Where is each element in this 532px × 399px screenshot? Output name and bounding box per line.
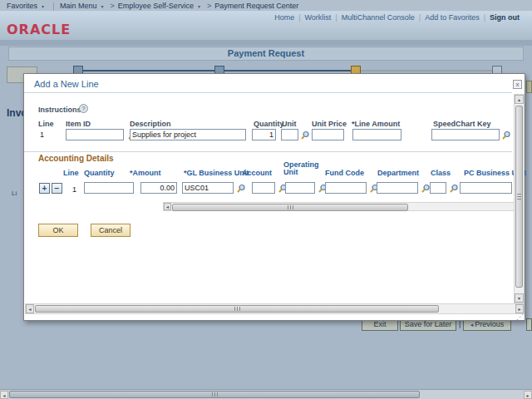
breadcrumb-employee-self-service[interactable]: Employee Self-Service xyxy=(118,2,194,10)
col-header-fund-code: Fund Code xyxy=(325,169,364,177)
utility-divider: | xyxy=(484,13,485,22)
utility-nav: Home|Worklist|MultiChannel Console|Add t… xyxy=(270,13,524,22)
grid-scrollbar-thumb[interactable] xyxy=(172,204,408,211)
col-header-quantity: Quantity xyxy=(84,169,115,177)
unit-lookup-icon[interactable] xyxy=(300,131,310,140)
col-header-department: Department xyxy=(377,169,419,177)
utility-divider: | xyxy=(419,13,421,22)
home-link[interactable]: Home xyxy=(274,13,294,22)
row-account-input[interactable] xyxy=(252,182,275,194)
dialog-horizontal-scrollbar-track[interactable]: ◂ ▸ xyxy=(25,303,525,314)
row-gl-business-unit-input[interactable] xyxy=(182,182,234,194)
item-id-input[interactable] xyxy=(66,129,124,140)
breadcrumb-divider xyxy=(53,2,54,11)
help-icon[interactable]: ? xyxy=(79,104,88,113)
background-section-heading: Invo xyxy=(7,107,23,119)
speedchart-key-label: SpeedChart Key xyxy=(433,120,491,128)
dialog-horizontal-scrollbar-thumb[interactable] xyxy=(35,305,439,313)
close-icon[interactable]: x xyxy=(513,80,522,89)
description-label: Description xyxy=(130,120,171,128)
header-band: Home|Worklist|MultiChannel Console|Add t… xyxy=(0,12,532,40)
item-id-label: Item ID xyxy=(66,120,91,128)
scrollbar-grip xyxy=(234,307,240,311)
next-button-fragment[interactable] xyxy=(526,318,532,331)
breadcrumb-main-menu[interactable]: Main Menu xyxy=(60,2,97,10)
grid-scrollbar-left-icon[interactable]: ◂ xyxy=(164,203,171,210)
col-header-gl-business-unit: *GL Business Unit xyxy=(184,169,249,177)
resize-grip-icon[interactable]: ⋰ xyxy=(516,313,524,321)
footer-divider: | xyxy=(459,320,461,328)
class-lookup-icon[interactable] xyxy=(449,184,459,194)
page-horizontal-scrollbar[interactable]: ◂ ▸ xyxy=(0,389,532,399)
description-input[interactable] xyxy=(130,129,246,140)
sign-out-link[interactable]: Sign out xyxy=(490,13,520,22)
chevron-down-icon: ▾ xyxy=(198,4,200,9)
col-header-operating-unit: Operating Unit xyxy=(283,161,320,176)
breadcrumb: Favorites▾Main Menu▾>Employee Self-Servi… xyxy=(0,0,532,12)
row-operating-unit-input[interactable] xyxy=(285,182,315,194)
application-window: Favorites▾Main Menu▾>Employee Self-Servi… xyxy=(0,0,532,399)
multichannel-console-link[interactable]: MultiChannel Console xyxy=(342,13,415,22)
row-department-input[interactable] xyxy=(377,182,418,194)
add-row-button[interactable]: + xyxy=(39,183,50,194)
dialog-title: Add a New Line xyxy=(34,79,99,89)
worklist-link[interactable]: Worklist xyxy=(305,13,332,22)
page-scroll-right-icon[interactable]: ▸ xyxy=(524,391,532,399)
add-to-favorites-link[interactable]: Add to Favorites xyxy=(425,13,480,22)
page-scrollbar-thumb[interactable] xyxy=(9,391,420,398)
breadcrumb-payment-request-center: Payment Request Center xyxy=(214,2,298,10)
unit-label: Unit xyxy=(282,120,297,128)
col-header-line: Line xyxy=(63,169,79,177)
delete-row-button[interactable]: − xyxy=(52,183,62,194)
utility-divider: | xyxy=(298,13,300,22)
previous-button-label: Previous xyxy=(475,320,504,328)
dialog-vertical-scrollbar-track[interactable]: ▴ ▾ xyxy=(514,94,525,303)
col-header-amount: *Amount xyxy=(130,169,161,177)
scroll-down-icon[interactable]: ▾ xyxy=(515,293,524,303)
ok-button[interactable]: OK xyxy=(38,224,78,237)
train-line-remaining xyxy=(356,70,497,71)
row-class-input[interactable] xyxy=(430,182,446,194)
background-label-fragment: Li xyxy=(12,190,17,197)
unit-input[interactable] xyxy=(281,129,298,140)
speedchart-lookup-icon[interactable] xyxy=(501,131,511,140)
speedchart-key-input[interactable] xyxy=(431,129,500,140)
row-amount-input[interactable] xyxy=(140,182,177,194)
scrollbar-grip xyxy=(288,205,293,209)
col-header-class: Class xyxy=(431,169,451,177)
page-scroll-left-icon[interactable]: ◂ xyxy=(0,391,8,399)
row-pc-business-unit-input[interactable] xyxy=(460,182,512,194)
quantity-label: Quantity xyxy=(254,120,284,128)
dialog-vertical-scrollbar-thumb[interactable] xyxy=(515,106,523,288)
line-label: Line xyxy=(38,120,54,128)
col-header-account: Account xyxy=(242,169,272,177)
add-new-line-dialog: Add a New Line x Instructions ? Line Ite… xyxy=(23,73,525,321)
row-fund-code-input[interactable] xyxy=(325,182,367,194)
row-line-number: 1 xyxy=(72,185,76,194)
breadcrumb-favorites[interactable]: Favorites xyxy=(7,2,37,10)
cancel-button[interactable]: Cancel xyxy=(91,224,131,237)
unit-price-input[interactable] xyxy=(312,129,344,140)
breadcrumb-separator: > xyxy=(111,2,115,10)
grid-scrollbar-track[interactable]: ◂ xyxy=(163,202,515,211)
gl-business-unit-lookup-icon[interactable] xyxy=(236,184,246,194)
oracle-logo: ORACLE xyxy=(7,22,71,37)
utility-divider: | xyxy=(335,13,337,22)
page-title: Payment Request xyxy=(8,47,524,61)
background-button-fragment xyxy=(526,81,532,93)
quantity-input[interactable] xyxy=(252,129,276,140)
row-quantity-input[interactable] xyxy=(84,182,134,194)
line-number: 1 xyxy=(40,131,44,139)
scroll-up-icon[interactable]: ▴ xyxy=(515,95,524,104)
dialog-title-divider xyxy=(24,92,512,93)
breadcrumb-separator: > xyxy=(207,2,211,10)
unit-price-label: Unit Price xyxy=(312,120,347,128)
line-amount-input[interactable] xyxy=(352,129,401,140)
chevron-down-icon: ▾ xyxy=(42,4,44,9)
previous-icon: ◂ xyxy=(470,322,474,328)
chevron-down-icon: ▾ xyxy=(101,4,104,9)
line-amount-label: *Line Amount xyxy=(352,120,400,128)
scroll-left-icon[interactable]: ◂ xyxy=(26,304,34,313)
scrollbar-grip xyxy=(212,392,218,397)
accounting-details-title: Accounting Details xyxy=(38,154,114,163)
